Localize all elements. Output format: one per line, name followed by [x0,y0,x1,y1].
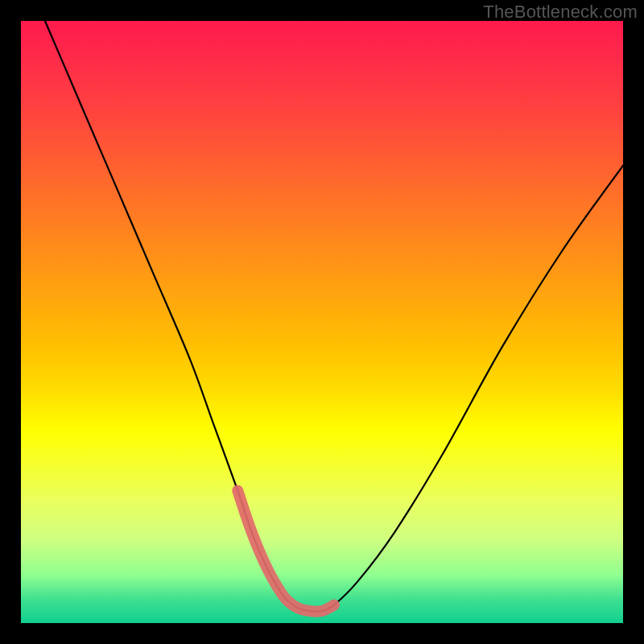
bottleneck-curve [45,21,623,612]
curve-svg [21,21,623,623]
plot-area [21,21,623,623]
curve-bottom-highlight [237,490,334,611]
chart-frame: TheBottleneck.com [0,0,644,644]
watermark-text: TheBottleneck.com [483,2,638,23]
